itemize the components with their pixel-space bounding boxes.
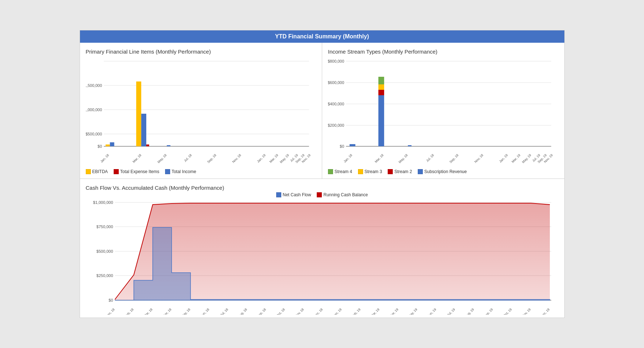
svg-text:Oct, 19: Oct, 19 bbox=[502, 307, 513, 315]
svg-text:Nov, 18: Nov, 18 bbox=[231, 153, 241, 164]
svg-text:$1,500,000: $1,500,000 bbox=[86, 83, 102, 88]
legend-stream2: Stream 2 bbox=[388, 169, 412, 174]
legend-stream3: Stream 3 bbox=[358, 169, 382, 174]
ebitda-label: EBITDA bbox=[92, 169, 108, 174]
income-color bbox=[165, 169, 170, 174]
svg-text:Mar, 18: Mar, 18 bbox=[143, 307, 153, 315]
svg-text:$0: $0 bbox=[340, 144, 344, 148]
svg-text:Feb, 18: Feb, 18 bbox=[124, 307, 134, 315]
svg-text:May, 18: May, 18 bbox=[180, 307, 191, 315]
stream-legend: Stream 4 Stream 3 Stream 2 Subscription … bbox=[328, 169, 559, 174]
svg-rect-13 bbox=[146, 144, 149, 146]
top-row: Primary Financial Line Items (Monthly Pe… bbox=[80, 43, 564, 179]
net-cashflow-label: Net Cash Flow bbox=[283, 192, 311, 197]
dashboard-header: YTD Financial Summary (Monthly) bbox=[80, 30, 564, 43]
cashflow-legend: Net Cash Flow Running Cash Balance bbox=[86, 192, 559, 197]
svg-text:Sep, 18: Sep, 18 bbox=[206, 153, 217, 164]
svg-text:Sep, 18: Sep, 18 bbox=[449, 153, 459, 164]
svg-text:Jul, 18: Jul, 18 bbox=[183, 153, 193, 163]
cashflow-panel: Cash Flow Vs. Accumulated Cash (Monthly … bbox=[80, 179, 564, 318]
svg-text:Mar, 19: Mar, 19 bbox=[370, 307, 380, 315]
legend-running-cash: Running Cash Balance bbox=[317, 192, 368, 197]
svg-text:Oct, 18: Oct, 18 bbox=[275, 307, 286, 315]
svg-text:Jan, 19: Jan, 19 bbox=[498, 153, 509, 163]
svg-text:Nov, 18: Nov, 18 bbox=[474, 153, 484, 164]
svg-rect-9 bbox=[105, 144, 110, 146]
svg-rect-38 bbox=[378, 95, 384, 146]
svg-text:$800,000: $800,000 bbox=[328, 59, 344, 63]
svg-text:Mar, 18: Mar, 18 bbox=[132, 153, 142, 163]
svg-text:Jul, 18: Jul, 18 bbox=[425, 153, 435, 163]
svg-text:Jan, 18: Jan, 18 bbox=[100, 153, 110, 163]
legend-stream4: Stream 4 bbox=[328, 169, 352, 174]
svg-text:$250,000: $250,000 bbox=[96, 273, 113, 278]
income-stream-title: Income Stream Types (Monthly Performance… bbox=[328, 49, 559, 55]
svg-text:Jan, 18: Jan, 18 bbox=[343, 153, 353, 163]
svg-text:Dec, 18: Dec, 18 bbox=[313, 307, 323, 315]
expense-label: Total Expense Items bbox=[120, 169, 159, 174]
svg-text:Nov, 19: Nov, 19 bbox=[521, 307, 531, 315]
svg-rect-37 bbox=[350, 144, 355, 146]
svg-rect-39 bbox=[378, 90, 384, 95]
svg-text:May, 18: May, 18 bbox=[157, 153, 167, 164]
svg-text:May, 19: May, 19 bbox=[279, 153, 290, 164]
svg-text:$200,000: $200,000 bbox=[328, 123, 344, 127]
cashflow-title: Cash Flow Vs. Accumulated Cash (Monthly … bbox=[86, 185, 559, 191]
svg-text:Jan, 18: Jan, 18 bbox=[105, 307, 115, 315]
svg-text:Jun, 19: Jun, 19 bbox=[426, 307, 437, 315]
ebitda-color bbox=[86, 169, 91, 174]
subscription-color bbox=[418, 169, 423, 174]
svg-text:Aug, 19: Aug, 19 bbox=[464, 307, 475, 315]
svg-text:$1,000,000: $1,000,000 bbox=[93, 200, 113, 205]
svg-text:Jun, 18: Jun, 18 bbox=[199, 307, 210, 315]
stream4-label: Stream 4 bbox=[334, 169, 352, 174]
primary-financial-panel: Primary Financial Line Items (Monthly Pe… bbox=[80, 43, 323, 179]
svg-text:Sep, 19: Sep, 19 bbox=[483, 307, 493, 315]
svg-text:May, 18: May, 18 bbox=[398, 153, 408, 164]
cashflow-chart-area: $0 $250,000 $500,000 $750,000 $1,000,000 bbox=[86, 199, 559, 315]
svg-text:$500,000: $500,000 bbox=[86, 132, 102, 136]
running-cash-color bbox=[317, 192, 322, 197]
legend-subscription: Subscription Revenue bbox=[418, 169, 467, 174]
svg-text:May, 19: May, 19 bbox=[521, 153, 532, 164]
svg-text:$0: $0 bbox=[109, 298, 113, 302]
svg-text:Mar, 18: Mar, 18 bbox=[374, 153, 384, 163]
legend-ebitda: EBITDA bbox=[86, 169, 108, 174]
dashboard: YTD Financial Summary (Monthly) Primary … bbox=[80, 30, 565, 318]
subscription-label: Subscription Revenue bbox=[424, 169, 467, 174]
svg-text:Apr, 18: Apr, 18 bbox=[162, 307, 172, 315]
svg-text:Jul, 19: Jul, 19 bbox=[446, 307, 456, 315]
primary-legend: EBITDA Total Expense Items Total Income bbox=[86, 169, 316, 174]
svg-text:Jan, 19: Jan, 19 bbox=[332, 307, 342, 315]
svg-text:Mar, 19: Mar, 19 bbox=[511, 153, 521, 163]
svg-text:Aug, 18: Aug, 18 bbox=[237, 307, 248, 315]
svg-rect-12 bbox=[141, 114, 146, 146]
svg-text:Feb, 19: Feb, 19 bbox=[351, 307, 361, 315]
svg-text:Mar, 19: Mar, 19 bbox=[269, 153, 279, 163]
dashboard-title: YTD Financial Summary (Monthly) bbox=[275, 33, 369, 39]
svg-text:$500,000: $500,000 bbox=[96, 249, 113, 253]
svg-text:$1,000,000: $1,000,000 bbox=[86, 108, 102, 112]
legend-expense: Total Expense Items bbox=[114, 169, 159, 174]
svg-text:Apr, 19: Apr, 19 bbox=[389, 307, 399, 315]
income-stream-panel: Income Stream Types (Monthly Performance… bbox=[322, 43, 564, 179]
svg-text:$750,000: $750,000 bbox=[96, 225, 113, 229]
net-cashflow-color bbox=[276, 192, 281, 197]
svg-text:May, 19: May, 19 bbox=[407, 307, 418, 315]
stream4-color bbox=[328, 169, 333, 174]
running-cash-label: Running Cash Balance bbox=[323, 192, 368, 197]
svg-rect-11 bbox=[136, 81, 141, 146]
income-label: Total Income bbox=[172, 169, 196, 174]
primary-financial-chart: $0 $500,000 $1,000,000 $1,500,000 bbox=[86, 58, 316, 166]
primary-financial-title: Primary Financial Line Items (Monthly Pe… bbox=[86, 49, 316, 55]
svg-text:Sep, 18: Sep, 18 bbox=[256, 307, 266, 315]
svg-text:$400,000: $400,000 bbox=[328, 102, 344, 106]
svg-rect-10 bbox=[110, 142, 114, 146]
legend-income: Total Income bbox=[165, 169, 196, 174]
svg-text:Nov, 18: Nov, 18 bbox=[294, 307, 304, 315]
svg-rect-41 bbox=[378, 77, 384, 84]
svg-text:$0: $0 bbox=[97, 144, 102, 148]
svg-text:Jan, 19: Jan, 19 bbox=[256, 153, 266, 163]
legend-net-cashflow: Net Cash Flow bbox=[276, 192, 311, 197]
svg-text:$600,000: $600,000 bbox=[328, 80, 344, 85]
